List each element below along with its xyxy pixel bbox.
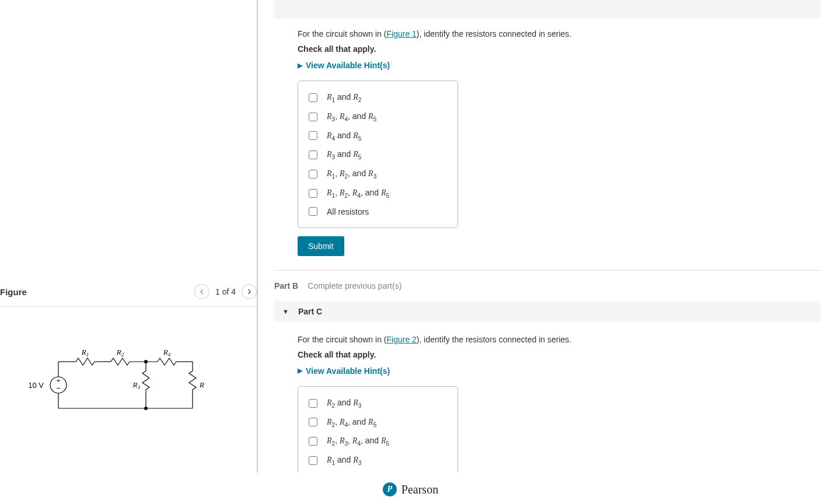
option-row: R1 and R3 — [309, 451, 447, 470]
option-checkbox[interactable] — [309, 170, 317, 178]
submit-button[interactable]: Submit — [298, 236, 344, 256]
option-checkbox[interactable] — [309, 150, 317, 159]
content-panel: For the circuit shown in (Figure 1), ide… — [258, 0, 821, 473]
option-row: R3, R4, and R5 — [309, 107, 447, 127]
svg-point-14 — [144, 407, 148, 410]
option-checkbox[interactable] — [309, 418, 317, 426]
figure-scroll-area[interactable]: + − 10 V R1 R2 R4 R3 R5 — [0, 303, 257, 473]
triangle-down-icon: ▼ — [282, 308, 289, 315]
part-c-prompt: For the circuit shown in (Figure 2), ide… — [298, 335, 821, 344]
part-c-title: Part C — [298, 307, 322, 316]
check-all-text: Check all that apply. — [298, 44, 821, 54]
option-label: R3 and R5 — [327, 149, 361, 160]
svg-text:−: − — [56, 384, 61, 393]
figure-prev-button[interactable] — [194, 284, 209, 299]
voltage-label: 10 V — [29, 381, 44, 390]
triangle-right-icon: ▶ — [298, 62, 302, 69]
option-row: R2, R4, and R5 — [309, 413, 447, 432]
option-label: R1 and R2 — [327, 92, 361, 103]
option-checkbox[interactable] — [309, 437, 317, 446]
option-row: R1, R2, R4, and R5 — [309, 184, 447, 203]
triangle-right-icon: ▶ — [298, 367, 302, 374]
svg-text:R2: R2 — [116, 348, 124, 358]
option-label: All resistors — [327, 207, 369, 216]
circuit-diagram: + − 10 V R1 R2 R4 R3 R5 — [29, 338, 228, 473]
svg-point-13 — [144, 360, 148, 363]
figure-2-link[interactable]: Figure 2 — [387, 335, 417, 344]
option-label: R2 and R3 — [327, 398, 361, 409]
view-hints-link[interactable]: ▶ View Available Hint(s) — [298, 61, 821, 70]
option-row: R1 and R2 — [309, 88, 447, 107]
option-row: R2, R3, R4, and R5 — [309, 432, 447, 451]
part-b-text: Complete previous part(s) — [308, 281, 401, 290]
option-checkbox[interactable] — [309, 93, 317, 102]
option-checkbox[interactable] — [309, 207, 317, 216]
option-checkbox[interactable] — [309, 113, 317, 121]
part-a-header-band — [274, 0, 821, 19]
chevron-left-icon — [199, 289, 205, 295]
figure-next-button[interactable] — [242, 284, 257, 299]
option-label: R2, R3, R4, and R5 — [327, 436, 389, 447]
figure-1-link[interactable]: Figure 1 — [387, 29, 417, 38]
part-a-prompt: For the circuit shown in (Figure 1), ide… — [298, 29, 821, 38]
option-label: R2, R4, and R5 — [327, 417, 376, 428]
option-checkbox[interactable] — [309, 456, 317, 465]
view-hints-link-c[interactable]: ▶ View Available Hint(s) — [298, 366, 821, 376]
option-row: All resistors — [309, 203, 447, 220]
option-label: R1, R2, and R3 — [327, 169, 376, 180]
svg-text:R5: R5 — [199, 380, 204, 390]
option-label: R4 and R5 — [327, 131, 361, 142]
option-row: R2 and R3 — [309, 394, 447, 413]
option-label: R3, R4, and R5 — [327, 111, 376, 123]
part-c-header[interactable]: ▼ Part C — [274, 301, 821, 322]
part-c-options: R2 and R3R2, R4, and R5R2, R3, R4, and R… — [298, 386, 458, 473]
part-b-label: Part B — [274, 281, 298, 290]
svg-text:R3: R3 — [132, 380, 141, 390]
option-label: R1, R2, R4, and R5 — [327, 188, 389, 199]
figure-count: 1 of 4 — [215, 287, 236, 296]
check-all-text-c: Check all that apply. — [298, 350, 821, 359]
part-b-row: Part B Complete previous part(s) — [274, 281, 821, 290]
part-a-options: R1 and R2R3, R4, and R5R4 and R5R3 and R… — [298, 80, 458, 228]
figure-title: Figure — [0, 287, 194, 297]
option-checkbox[interactable] — [309, 131, 317, 140]
figure-panel: Figure 1 of 4 — [0, 0, 258, 473]
option-row: R3 and R5 — [309, 145, 447, 164]
option-row: All resistors — [309, 470, 447, 473]
option-label: R1 and R3 — [327, 455, 361, 466]
option-checkbox[interactable] — [309, 399, 317, 408]
option-row: R4 and R5 — [309, 127, 447, 146]
option-checkbox[interactable] — [309, 189, 317, 198]
option-row: R1, R2, and R3 — [309, 164, 447, 184]
svg-text:R1: R1 — [81, 348, 89, 358]
svg-text:+: + — [57, 377, 60, 384]
chevron-right-icon — [246, 289, 252, 295]
svg-text:R4: R4 — [163, 348, 171, 358]
